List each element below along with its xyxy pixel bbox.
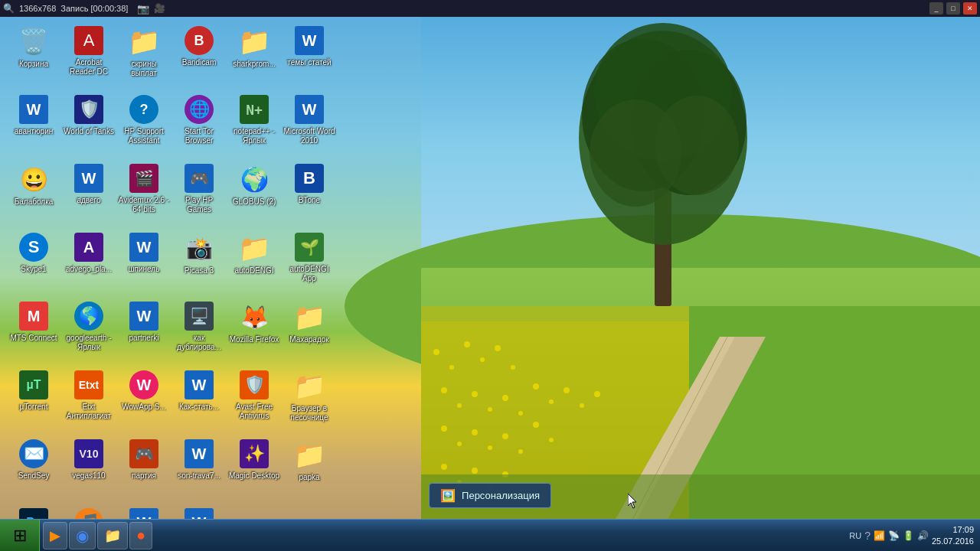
svg-point-14 xyxy=(488,407,492,412)
svg-point-11 xyxy=(441,387,447,393)
icon-temy[interactable]: W темы статей xyxy=(282,21,337,89)
icon-sharkprom[interactable]: 📁 sharkprom... xyxy=(227,21,282,89)
svg-point-25 xyxy=(488,445,492,450)
icon-acrobat[interactable]: A Acrobat Reader DC xyxy=(61,21,116,89)
icon-avidemux[interactable]: 🎬 Avidemux 2.6 - 64 bits xyxy=(116,159,172,227)
svg-point-46 xyxy=(655,96,739,195)
icon-partiya[interactable]: 🎮 партия xyxy=(116,435,172,502)
icon-maxaradok[interactable]: 📁 Махарадок xyxy=(282,297,337,364)
icon-etxt[interactable]: Etxt Etxt Антиплагиат xyxy=(61,366,116,433)
svg-point-17 xyxy=(533,383,539,390)
titlebar-close-btn[interactable]: ✕ xyxy=(963,2,977,15)
search-icon: 🔍 xyxy=(3,3,15,14)
svg-point-6 xyxy=(449,365,454,370)
chrome-icon: ◉ xyxy=(76,527,89,545)
clock-date: 25.07.2016 xyxy=(932,536,974,546)
icon-korzina[interactable]: 🗑️ Корзина xyxy=(6,21,61,89)
icon-googleearth[interactable]: 🌎 googleearth - Ярлык xyxy=(61,297,116,364)
tray-help-icon[interactable]: ? xyxy=(864,530,871,542)
icon-autoDENGI-app[interactable]: 🌱 autoDENGI App xyxy=(282,228,337,295)
icon-start-tor[interactable]: 🌐 Start Tor Browser xyxy=(172,90,227,158)
icon-playhp[interactable]: 🎮 Play HP Games xyxy=(172,159,227,227)
titlebar-maximize-btn[interactable]: □ xyxy=(946,2,960,15)
tray-ru-lang[interactable]: RU xyxy=(849,531,861,540)
desktop-icons: 🗑️ Корзина A Acrobat Reader DC 📁 скрины … xyxy=(6,21,389,513)
icon-picasa[interactable]: 📸 Picasa 3 xyxy=(172,228,227,295)
explorer-icon: 📁 xyxy=(104,527,121,544)
icon-vegas[interactable]: V10 vegas110 xyxy=(61,435,116,502)
svg-point-19 xyxy=(564,387,570,393)
icon-advego-pla[interactable]: A advego_pla... xyxy=(61,228,116,295)
tray-battery-icon[interactable]: 🔋 xyxy=(903,530,914,541)
icon-skreeny[interactable]: 📁 скрины выплат xyxy=(116,21,172,89)
personalization-text: Персонализация xyxy=(462,490,540,501)
svg-point-9 xyxy=(495,345,501,351)
tray-network-icon[interactable]: 📶 xyxy=(874,530,885,541)
icon-brauzer-p[interactable]: 📁 Браузер в песочнице xyxy=(282,366,337,433)
personalization-icon: 🖼️ xyxy=(440,488,456,503)
icon-notepadpp[interactable]: N+ notepad++ - Ярлык xyxy=(227,90,282,158)
svg-point-30 xyxy=(441,464,447,470)
icon-bandicam[interactable]: B Bandicam xyxy=(172,21,227,89)
icon-globus[interactable]: 🌍 GLOBUS (2) xyxy=(227,159,282,227)
svg-point-13 xyxy=(472,391,478,397)
svg-point-20 xyxy=(580,403,584,408)
taskbar-items: ▶ ◉ 📁 ● xyxy=(40,520,843,551)
camera-icon: 📷 xyxy=(137,3,149,15)
personalization-tooltip[interactable]: 🖼️ Персонализация xyxy=(429,483,551,508)
svg-point-28 xyxy=(533,422,539,428)
titlebar-minimize-btn[interactable]: _ xyxy=(929,2,943,15)
icon-utorrent[interactable]: µT µTorrent xyxy=(6,366,61,433)
svg-point-29 xyxy=(549,438,554,442)
start-button[interactable]: ⊞ xyxy=(0,520,40,552)
icon-magic-desktop[interactable]: ✨ Magic Desktop xyxy=(227,435,282,502)
icon-advego[interactable]: W адвего xyxy=(61,159,116,227)
taskbar-item-antivir[interactable]: ● xyxy=(129,522,152,549)
record-label: Запись [00:00:38] xyxy=(60,4,128,13)
desktop: 🔍 1366x768 Запись [00:00:38] 📷 🎥 _ □ ✕ 🗑… xyxy=(0,0,980,551)
taskbar-item-chrome[interactable]: ◉ xyxy=(69,522,96,549)
clock-time: 17:09 xyxy=(932,524,974,535)
winmedia-icon: ▶ xyxy=(50,527,60,544)
icon-avantjurin[interactable]: W авантюрин xyxy=(6,90,61,158)
titlebar: 🔍 1366x768 Запись [00:00:38] 📷 🎥 _ □ ✕ xyxy=(0,0,980,17)
resolution-label: 1366x768 xyxy=(19,4,56,13)
icon-skype[interactable]: S Skype1 xyxy=(6,228,61,295)
svg-point-5 xyxy=(433,349,439,355)
svg-point-12 xyxy=(457,403,462,408)
icon-mts[interactable]: M MTS Connect xyxy=(6,297,61,364)
icon-hp-support[interactable]: ? HP Support Assistant xyxy=(116,90,172,158)
icon-msword[interactable]: W Microsoft Word 2010 xyxy=(282,90,337,158)
tray-sound-icon[interactable]: 🔊 xyxy=(917,530,929,541)
svg-point-32 xyxy=(472,468,478,474)
icon-firefox[interactable]: 🦊 Mozilla Firefox xyxy=(227,297,282,364)
svg-point-21 xyxy=(594,391,600,397)
svg-point-26 xyxy=(502,433,508,439)
windows-logo-icon: ⊞ xyxy=(13,526,27,546)
icon-autoDENGI[interactable]: 📁 autoDENGI xyxy=(227,228,282,295)
svg-point-15 xyxy=(502,395,508,401)
svg-point-18 xyxy=(549,399,554,404)
icon-shpinel[interactable]: W шпинель xyxy=(116,228,172,295)
icon-kak-dubl[interactable]: 🖥️ как дублирова... xyxy=(172,297,227,364)
icon-wot[interactable]: 🛡️ World of Tanks xyxy=(61,90,116,158)
svg-point-27 xyxy=(518,449,523,454)
taskbar-item-explorer[interactable]: 📁 xyxy=(97,522,128,549)
icon-papka[interactable]: 📁 papka xyxy=(282,435,337,502)
icon-btone[interactable]: B BTone xyxy=(282,159,337,227)
icon-avast[interactable]: 🛡️ Avast Free Antivirus xyxy=(227,366,282,433)
taskbar: ⊞ ▶ ◉ 📁 ● RU ? 📶 📡 🔋 🔊 17:09 xyxy=(0,519,980,551)
taskbar-item-winmedia[interactable]: ▶ xyxy=(43,522,67,549)
icon-balabolka[interactable]: 😀 Балаболка xyxy=(6,159,61,227)
icon-wowapp[interactable]: W WowApp S... xyxy=(116,366,172,433)
video-icon: 🎥 xyxy=(154,3,165,14)
tray-signal-icon[interactable]: 📡 xyxy=(888,530,900,541)
icon-sendsey[interactable]: ✉️ SendSey xyxy=(6,435,61,502)
icon-son-trava[interactable]: W son-trava7... xyxy=(172,435,227,502)
clock: 17:09 25.07.2016 xyxy=(932,524,974,546)
svg-point-8 xyxy=(480,357,485,362)
icon-partnerki[interactable]: W partnerki xyxy=(116,297,172,364)
icon-kak-stat[interactable]: W Как-стать... xyxy=(172,366,227,433)
svg-point-22 xyxy=(441,425,447,432)
svg-point-23 xyxy=(457,442,462,446)
